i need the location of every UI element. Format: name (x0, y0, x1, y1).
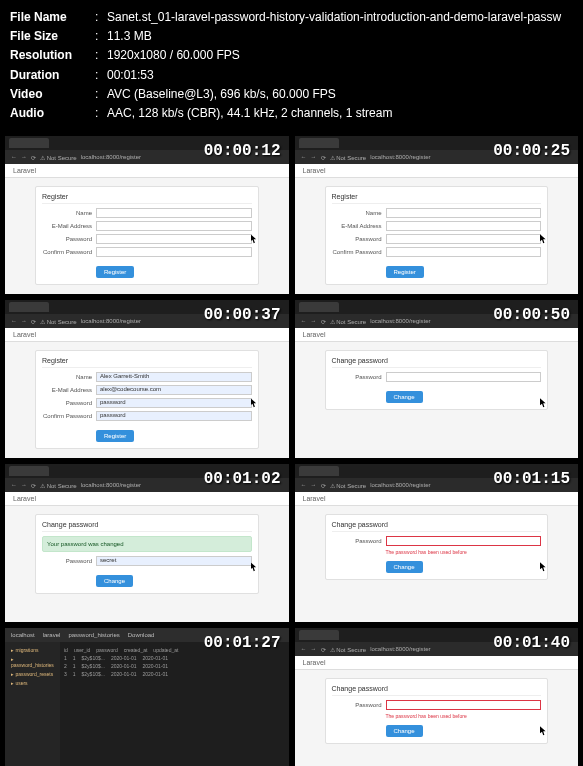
app-navbar: Laravel (295, 328, 579, 342)
browser-tab (9, 302, 49, 312)
media-info-panel: File Name:Sanet.st_01-laravel-password-h… (0, 0, 583, 131)
forward-icon: → (21, 154, 27, 160)
submit-button[interactable]: Change (96, 575, 133, 587)
page-content: LaravelChange passwordPasswordChange (295, 328, 579, 458)
text-input[interactable]: password (96, 398, 252, 408)
text-input[interactable] (386, 700, 542, 710)
filesize-label: File Size (10, 27, 95, 46)
page-content: LaravelChange passwordYour password was … (5, 492, 289, 622)
ide-column-header: updated_at (153, 647, 178, 653)
forward-icon: → (21, 318, 27, 324)
back-icon: ← (11, 154, 17, 160)
submit-button[interactable]: Register (386, 266, 424, 278)
video-label: Video (10, 85, 95, 104)
text-input[interactable]: secret (96, 556, 252, 566)
submit-button[interactable]: Change (386, 391, 423, 403)
app-navbar: Laravel (5, 164, 289, 178)
ide-table-row: 31$2y$10$...2020-01-012020-01-01 (64, 670, 285, 678)
field-label: Password (332, 538, 382, 544)
url-text: localhost:8000/register (370, 482, 430, 488)
text-input[interactable] (386, 372, 542, 382)
text-input[interactable] (386, 221, 542, 231)
timestamp: 00:01:27 (204, 634, 281, 652)
browser-tab (299, 302, 339, 312)
reload-icon: ⟳ (321, 646, 326, 653)
forward-icon: → (311, 646, 317, 652)
card-title: Change password (332, 357, 542, 368)
thumbnail-2[interactable]: 00:00:25←→⟳⚠ Not Securelocalhost:8000/re… (294, 135, 580, 295)
text-input[interactable] (96, 247, 252, 257)
timestamp: 00:00:12 (204, 142, 281, 160)
card-title: Change password (332, 685, 542, 696)
page-content: LaravelRegisterNameE-Mail AddressPasswor… (5, 164, 289, 294)
page-content: LaravelChange passwordPasswordThe passwo… (295, 656, 579, 766)
security-badge: ⚠ Not Secure (330, 154, 367, 161)
app-navbar: Laravel (295, 164, 579, 178)
thumbnail-grid: 00:00:12←→⟳⚠ Not Securelocalhost:8000/re… (0, 131, 583, 766)
url-text: localhost:8000/register (370, 646, 430, 652)
field-label: Confirm Password (42, 413, 92, 419)
ide-toolbar-item: password_histories (68, 632, 119, 638)
app-navbar: Laravel (295, 656, 579, 670)
ide-file-item: ▸ password_histories (9, 655, 56, 669)
text-input[interactable] (386, 208, 542, 218)
back-icon: ← (11, 318, 17, 324)
text-input[interactable]: alex@codecourse.com (96, 385, 252, 395)
back-icon: ← (301, 482, 307, 488)
field-label: Password (332, 236, 382, 242)
text-input[interactable] (386, 247, 542, 257)
audio-label: Audio (10, 104, 95, 123)
text-input[interactable]: Alex Garrett-Smith (96, 372, 252, 382)
text-input[interactable] (386, 536, 542, 546)
card-title: Register (332, 193, 542, 204)
thumbnail-4[interactable]: 00:00:50←→⟳⚠ Not Securelocalhost:8000/re… (294, 299, 580, 459)
url-text: localhost:8000/register (81, 482, 141, 488)
submit-button[interactable]: Register (96, 430, 134, 442)
field-label: E-Mail Address (42, 223, 92, 229)
browser-tab (9, 138, 49, 148)
text-input[interactable] (96, 234, 252, 244)
security-badge: ⚠ Not Secure (40, 318, 77, 325)
field-label: Confirm Password (42, 249, 92, 255)
security-badge: ⚠ Not Secure (40, 482, 77, 489)
text-input[interactable] (96, 221, 252, 231)
forward-icon: → (311, 318, 317, 324)
submit-button[interactable]: Register (96, 266, 134, 278)
form-card: Change passwordPasswordChange (325, 350, 549, 410)
ide-column-header: user_id (74, 647, 90, 653)
browser-tab (9, 466, 49, 476)
form-card: Change passwordPasswordThe password has … (325, 678, 549, 744)
thumbnail-7[interactable]: 00:01:27localhostlaravelpassword_histori… (4, 627, 290, 766)
submit-button[interactable]: Change (386, 725, 423, 737)
card-title: Register (42, 357, 252, 368)
page-content: LaravelRegisterNameE-Mail AddressPasswor… (295, 164, 579, 294)
reload-icon: ⟳ (321, 154, 326, 161)
back-icon: ← (11, 482, 17, 488)
ide-toolbar-item: localhost (11, 632, 35, 638)
back-icon: ← (301, 646, 307, 652)
thumbnail-8[interactable]: 00:01:40←→⟳⚠ Not Securelocalhost:8000/re… (294, 627, 580, 766)
timestamp: 00:00:37 (204, 306, 281, 324)
reload-icon: ⟳ (31, 154, 36, 161)
submit-button[interactable]: Change (386, 561, 423, 573)
card-title: Register (42, 193, 252, 204)
back-icon: ← (301, 154, 307, 160)
field-label: Name (42, 374, 92, 380)
video-value: AVC (Baseline@L3), 696 kb/s, 60.000 FPS (107, 85, 573, 104)
security-badge: ⚠ Not Secure (40, 154, 77, 161)
field-label: Name (42, 210, 92, 216)
thumbnail-6[interactable]: 00:01:15←→⟳⚠ Not Securelocalhost:8000/re… (294, 463, 580, 623)
ide-toolbar-item: laravel (43, 632, 61, 638)
text-input[interactable]: password (96, 411, 252, 421)
thumbnail-5[interactable]: 00:01:02←→⟳⚠ Not Securelocalhost:8000/re… (4, 463, 290, 623)
forward-icon: → (21, 482, 27, 488)
thumbnail-3[interactable]: 00:00:37←→⟳⚠ Not Securelocalhost:8000/re… (4, 299, 290, 459)
audio-value: AAC, 128 kb/s (CBR), 44.1 kHz, 2 channel… (107, 104, 573, 123)
error-message: The password has been used before (386, 549, 542, 555)
url-text: localhost:8000/register (370, 154, 430, 160)
resolution-label: Resolution (10, 46, 95, 65)
thumbnail-1[interactable]: 00:00:12←→⟳⚠ Not Securelocalhost:8000/re… (4, 135, 290, 295)
text-input[interactable] (386, 234, 542, 244)
browser-tab (299, 630, 339, 640)
text-input[interactable] (96, 208, 252, 218)
